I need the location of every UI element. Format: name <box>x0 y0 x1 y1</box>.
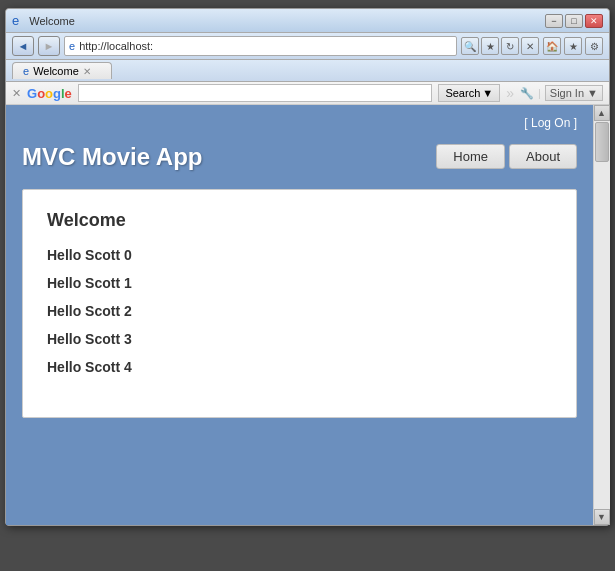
address-bar: ◄ ► e http://localhost: 🔍 ★ ↻ ✕ 🏠 ★ ⚙ <box>6 33 609 60</box>
about-nav-button[interactable]: About <box>509 144 577 169</box>
back-button[interactable]: ◄ <box>12 36 34 56</box>
toolbar-close-icon[interactable]: ✕ <box>12 87 21 100</box>
google-search-button[interactable]: Search ▼ <box>438 84 500 102</box>
tab-favicon: e <box>23 65 29 77</box>
list-item-2: Hello Scott 2 <box>47 303 552 319</box>
sign-in-button[interactable]: Sign In ▼ <box>545 85 603 101</box>
nav-buttons: Home About <box>436 144 577 171</box>
stop-button[interactable]: ✕ <box>521 37 539 55</box>
list-item-3: Hello Scott 3 <box>47 331 552 347</box>
title-bar-left: e Welcome <box>12 13 75 28</box>
page-area: [ Log On ] MVC Movie App Home About Welc… <box>6 105 593 525</box>
refresh-button[interactable]: ↻ <box>501 37 519 55</box>
home-nav-button[interactable]: Home <box>436 144 505 169</box>
tab-label: Welcome <box>33 65 79 77</box>
settings-icon[interactable]: ⚙ <box>585 37 603 55</box>
toolbar-separator: » <box>506 85 514 101</box>
google-search-input[interactable] <box>78 84 433 102</box>
list-item-1: Hello Scott 1 <box>47 275 552 291</box>
tools-icon[interactable]: 🔧 <box>520 87 534 100</box>
toolbar-separator2: | <box>538 87 541 99</box>
toolbar-icons: 🏠 ★ ⚙ <box>543 37 603 55</box>
search-label: Search <box>445 87 480 99</box>
google-logo: Google <box>27 86 72 101</box>
browser-window: e Welcome − □ ✕ ◄ ► e http://localhost: … <box>5 8 610 526</box>
tab-area: e Welcome ✕ <box>6 60 609 82</box>
app-title: MVC Movie App <box>22 143 202 171</box>
star-icon[interactable]: ★ <box>564 37 582 55</box>
google-toolbar: ✕ Google Search ▼ » 🔧 | Sign In ▼ <box>6 82 609 105</box>
search-button[interactable]: 🔍 <box>461 37 479 55</box>
scroll-down-button[interactable]: ▼ <box>594 509 610 525</box>
list-item-0: Hello Scott 0 <box>47 247 552 263</box>
window-title: Welcome <box>29 15 75 27</box>
content-box: Welcome Hello Scott 0 Hello Scott 1 Hell… <box>22 189 577 418</box>
search-dropdown-icon: ▼ <box>482 87 493 99</box>
page-header: [ Log On ] <box>6 105 593 139</box>
sign-in-arrow: ▼ <box>587 87 598 99</box>
scroll-up-button[interactable]: ▲ <box>594 105 610 121</box>
welcome-heading: Welcome <box>47 210 552 231</box>
scroll-track <box>594 121 610 509</box>
url-favicon: e <box>69 40 75 52</box>
app-title-bar: MVC Movie App Home About <box>6 139 593 181</box>
url-actions: 🔍 ★ ↻ ✕ <box>461 37 539 55</box>
url-bar[interactable]: e http://localhost: <box>64 36 457 56</box>
forward-button[interactable]: ► <box>38 36 60 56</box>
browser-content: [ Log On ] MVC Movie App Home About Welc… <box>6 105 609 525</box>
toolbar-tools: 🔧 | Sign In ▼ <box>520 85 603 101</box>
title-bar: e Welcome − □ ✕ <box>6 9 609 33</box>
list-item-4: Hello Scott 4 <box>47 359 552 375</box>
tab-close-button[interactable]: ✕ <box>83 66 91 77</box>
browser-tab[interactable]: e Welcome ✕ <box>12 62 112 79</box>
url-text: http://localhost: <box>79 40 153 52</box>
maximize-button[interactable]: □ <box>565 14 583 28</box>
minimize-button[interactable]: − <box>545 14 563 28</box>
title-bar-controls: − □ ✕ <box>545 14 603 28</box>
sign-in-label: Sign In <box>550 87 584 99</box>
log-on-link[interactable]: [ Log On ] <box>524 116 577 130</box>
favorites-button[interactable]: ★ <box>481 37 499 55</box>
scroll-thumb[interactable] <box>595 122 609 162</box>
home-icon[interactable]: 🏠 <box>543 37 561 55</box>
scrollbar: ▲ ▼ <box>593 105 609 525</box>
browser-icon: e <box>12 13 19 28</box>
close-button[interactable]: ✕ <box>585 14 603 28</box>
